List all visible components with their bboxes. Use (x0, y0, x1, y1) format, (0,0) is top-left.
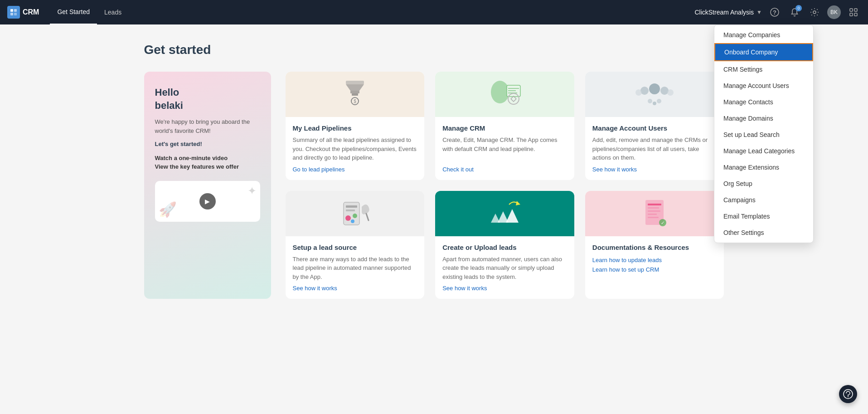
svg-rect-32 (346, 205, 357, 208)
video-thumbnail[interactable]: 🚀 ✦ ▶ (155, 181, 260, 222)
card-desc-lead-pipelines: Summary of all the lead pipelines assign… (293, 136, 417, 162)
notifications-icon[interactable]: 0 (787, 5, 802, 19)
workspace-name: ClickStream Analysis (694, 9, 754, 16)
card-image-lead-source (286, 191, 425, 236)
dropdown-item-manage-domains[interactable]: Manage Domains (714, 110, 813, 127)
card-desc-lead-source: There are many ways to add the leads to … (293, 255, 417, 282)
video-link[interactable]: Watch a one-minute video (155, 155, 260, 161)
card-body-lead-source: Setup a lead source There are many ways … (286, 236, 425, 299)
svg-rect-11 (346, 81, 364, 84)
svg-rect-3 (14, 13, 17, 15)
svg-point-28 (648, 99, 652, 103)
svg-rect-2 (10, 13, 13, 15)
card-link-lead-source[interactable]: See how it works (293, 285, 417, 292)
svg-point-35 (353, 214, 357, 218)
card-link-update-leads[interactable]: Learn how to update leads (592, 257, 717, 263)
card-body-manage-users: Manage Account Users Add, edit, remove a… (585, 117, 724, 180)
svg-point-23 (649, 83, 660, 94)
svg-marker-12 (346, 84, 364, 91)
svg-point-26 (635, 89, 642, 96)
dropdown-item-manage-lead-categories[interactable]: Manage Lead Categories (714, 143, 813, 159)
svg-rect-14 (352, 93, 358, 96)
card-desc-upload-leads: Apart from automated manner, users can a… (442, 255, 567, 282)
svg-text:?: ? (773, 9, 776, 16)
play-button[interactable]: ▶ (199, 193, 216, 209)
card-image-upload-leads (435, 191, 574, 236)
card-link-setup-crm[interactable]: Learn how to set up CRM (592, 266, 717, 273)
card-title-manage-users: Manage Account Users (592, 124, 717, 132)
card-link-lead-pipelines[interactable]: Go to lead pipelines (293, 166, 417, 173)
notification-badge: 0 (795, 5, 802, 11)
logo[interactable]: CRM (7, 6, 39, 19)
card-desc-manage-users: Add, edit, remove and manage the CRMs or… (592, 136, 717, 162)
dropdown-item-manage-companies[interactable]: Manage Companies (714, 27, 813, 43)
dropdown-item-setup-lead-search[interactable]: Set up Lead Search (714, 127, 813, 143)
svg-rect-1 (14, 9, 17, 12)
workspace-selector[interactable]: ClickStream Analysis ▼ (694, 9, 762, 16)
help-icon[interactable]: ? (767, 5, 782, 19)
features-link[interactable]: View the key features we offer (155, 163, 260, 170)
svg-rect-45 (648, 210, 660, 212)
svg-text:✓: ✓ (661, 220, 664, 225)
card-image-manage-users (585, 72, 724, 117)
nav-leads[interactable]: Leads (97, 0, 129, 24)
svg-point-24 (640, 87, 649, 95)
svg-rect-47 (648, 217, 659, 218)
svg-rect-8 (854, 9, 857, 11)
dropdown-item-manage-contacts[interactable]: Manage Contacts (714, 94, 813, 110)
svg-point-30 (653, 102, 656, 105)
card-docs: ✓ Documentations & Resources Learn how t… (585, 191, 724, 299)
card-manage-users: Manage Account Users Add, edit, remove a… (585, 72, 724, 180)
content-layout: Hello belaki We're happy to bring you ab… (144, 72, 724, 299)
svg-rect-33 (346, 209, 355, 211)
svg-rect-43 (648, 204, 661, 205)
svg-rect-44 (648, 207, 659, 209)
dropdown-item-other-settings[interactable]: Other Settings (714, 224, 813, 241)
settings-icon[interactable] (807, 5, 822, 19)
dropdown-item-campaigns[interactable]: Campaigns (714, 192, 813, 208)
card-lead-pipelines: $ My Lead Pipelines Summary of all the l… (286, 72, 425, 180)
card-link-manage-crm[interactable]: Check it out (442, 166, 567, 173)
dropdown-item-manage-account-users[interactable]: Manage Account Users (714, 78, 813, 94)
dropdown-item-crm-settings[interactable]: CRM Settings (714, 61, 813, 78)
svg-rect-13 (350, 91, 359, 93)
cards-grid: $ My Lead Pipelines Summary of all the l… (286, 72, 724, 299)
nav-get-started[interactable]: Get Started (50, 0, 97, 24)
svg-rect-7 (850, 9, 853, 11)
svg-point-17 (491, 81, 509, 103)
dropdown-item-org-setup[interactable]: Org Setup (714, 175, 813, 192)
svg-rect-46 (648, 214, 657, 215)
svg-rect-0 (10, 9, 13, 12)
svg-point-27 (667, 89, 674, 96)
dropdown-item-manage-extensions[interactable]: Manage Extensions (714, 159, 813, 175)
card-body-lead-pipelines: My Lead Pipelines Summary of all the lea… (286, 117, 425, 180)
main-content: Get started Hello belaki We're happy to … (117, 24, 752, 317)
card-title-lead-source: Setup a lead source (293, 244, 417, 251)
grid-icon[interactable] (846, 5, 861, 19)
card-desc-manage-crm: Create, Edit, Manage CRM. The App comes … (442, 136, 567, 162)
card-body-manage-crm: Manage CRM Create, Edit, Manage CRM. The… (435, 117, 574, 180)
card-image-docs: ✓ (585, 191, 724, 236)
dropdown-item-email-templates[interactable]: Email Templates (714, 208, 813, 224)
hello-subtitle: We're happy to bring you aboard the worl… (155, 117, 260, 135)
hello-cta: Let's get started! (155, 141, 260, 147)
avatar[interactable]: BK (827, 5, 841, 19)
card-body-docs: Documentations & Resources Learn how to … (585, 236, 724, 299)
chevron-down-icon: ▼ (756, 9, 762, 15)
card-manage-crm: Manage CRM Create, Edit, Manage CRM. The… (435, 72, 574, 180)
card-title-docs: Documentations & Resources (592, 244, 717, 251)
card-link-manage-users[interactable]: See how it works (592, 166, 717, 173)
svg-point-6 (813, 11, 816, 14)
hello-greeting: Hello belaki (155, 86, 260, 112)
logo-icon (7, 6, 20, 19)
dropdown-item-onboard-company[interactable]: Onboard Company (714, 43, 813, 61)
svg-point-25 (660, 87, 669, 95)
card-image-manage-crm (435, 72, 574, 117)
card-title-manage-crm: Manage CRM (442, 124, 567, 132)
svg-point-36 (351, 219, 354, 223)
nav-links: Get Started Leads (50, 0, 129, 24)
card-link-upload-leads[interactable]: See how it works (442, 285, 567, 292)
navbar: CRM Get Started Leads ClickStream Analys… (0, 0, 868, 24)
logo-text: CRM (23, 8, 39, 16)
svg-marker-41 (516, 201, 520, 205)
